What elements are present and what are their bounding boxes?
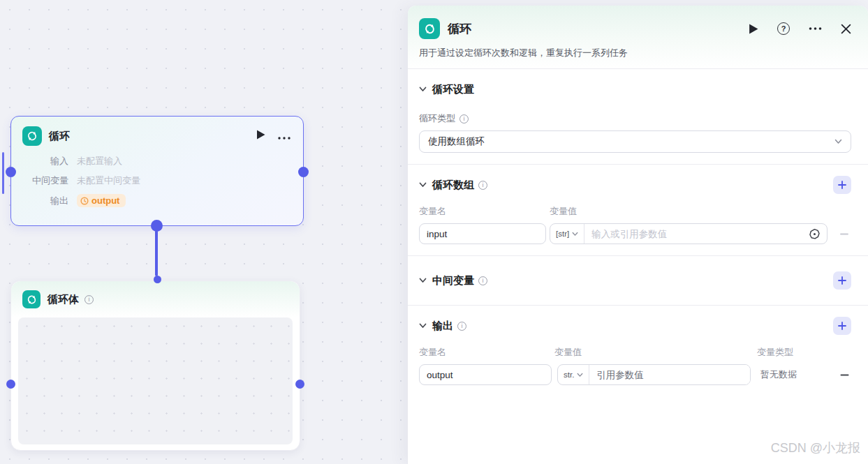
edge-incoming-stub: [2, 152, 4, 194]
input-row-label: 输入: [22, 155, 68, 167]
add-output-button[interactable]: [833, 317, 851, 335]
chevron-down-icon[interactable]: [419, 87, 427, 92]
chevron-down-icon: [834, 139, 842, 144]
output-type-value: 暂无数据: [760, 368, 797, 381]
output-type-chip[interactable]: str.: [558, 365, 589, 384]
panel-more-button[interactable]: [809, 27, 822, 30]
plus-icon: [838, 322, 846, 330]
loop-body-drop-area[interactable]: [18, 317, 293, 444]
loop-settings-title: 循环设置: [432, 83, 474, 96]
chevron-down-icon[interactable]: [419, 323, 427, 329]
output-col-type: 变量类型: [757, 346, 793, 359]
array-type-chip-label: [str]: [556, 230, 569, 238]
section-loop-settings: 循环设置 循环类型 i 使用数组循环: [408, 69, 868, 165]
port-body-right[interactable]: [295, 380, 304, 389]
loop-body-title: 循环体: [47, 293, 79, 306]
panel-header: 循环 ? 用于通过设定循环次数和逻辑，重复执行一系列任务: [408, 6, 868, 69]
port-body-left[interactable]: [6, 380, 15, 389]
loop-type-label: 循环类型: [419, 112, 455, 125]
add-array-item-button[interactable]: [833, 176, 851, 194]
run-node-button[interactable]: [256, 130, 265, 142]
chevron-down-icon: [572, 232, 578, 237]
close-icon[interactable]: [841, 24, 851, 34]
output-name-input[interactable]: [419, 364, 552, 385]
remove-array-item-button[interactable]: [837, 233, 851, 235]
array-col-value: 变量值: [550, 205, 577, 218]
loop-body-icon: [22, 290, 41, 308]
panel-loop-icon: [419, 18, 440, 39]
settings-gear-icon[interactable]: [809, 228, 821, 240]
loop-node-mid-row: 中间变量 未配置中间变量: [11, 171, 303, 190]
loop-body-node[interactable]: 循环体 i: [10, 280, 300, 451]
minus-icon: [840, 233, 848, 235]
chevron-down-icon: [577, 373, 583, 377]
intermediate-vars-title: 中间变量: [432, 274, 474, 287]
section-output: 输出 i 变量名 变量值 变量类型 str. 暂无数据: [408, 306, 868, 396]
array-value-input[interactable]: [584, 224, 809, 244]
remove-output-button[interactable]: [837, 374, 851, 376]
chevron-down-icon[interactable]: [419, 182, 427, 188]
output-value-input[interactable]: [589, 365, 750, 384]
loop-type-select[interactable]: 使用数组循环: [419, 130, 851, 153]
loop-node[interactable]: 循环 输入 未配置输入 中间变量 未配置中间变量 输出 output: [10, 116, 304, 226]
panel-run-button[interactable]: [749, 24, 758, 34]
watermark: CSDN @小龙报: [771, 440, 860, 456]
info-icon[interactable]: i: [457, 322, 466, 331]
node-more-button[interactable]: [278, 130, 290, 142]
loop-node-title: 循环: [49, 130, 70, 143]
output-badge-text: output: [91, 195, 119, 206]
mid-row-label: 中间变量: [22, 174, 68, 187]
section-intermediate-vars: 中间变量 i: [408, 256, 868, 306]
node-config-panel: 循环 ? 用于通过设定循环次数和逻辑，重复执行一系列任务 循环设置: [407, 6, 868, 464]
array-value-field: [str]: [550, 223, 827, 244]
panel-description: 用于通过设定循环次数和逻辑，重复执行一系列任务: [419, 47, 851, 59]
output-type-chip-label: str.: [564, 371, 574, 379]
output-row: str. 暂无数据: [419, 364, 851, 385]
help-icon[interactable]: ?: [777, 22, 790, 35]
loop-icon: [22, 126, 42, 146]
minus-icon: [840, 374, 849, 376]
port-body-top[interactable]: [154, 276, 161, 283]
info-icon[interactable]: i: [478, 276, 487, 285]
output-row-label: 输出: [22, 195, 68, 207]
loop-node-header: 循环: [11, 117, 303, 151]
chevron-down-icon[interactable]: [419, 278, 427, 283]
info-icon[interactable]: i: [478, 181, 487, 190]
warning-clock-icon: [80, 197, 89, 205]
workflow-canvas[interactable]: { "canvas": { "loop_node": { "title": "循…: [0, 0, 868, 464]
array-row: [str]: [419, 223, 851, 244]
output-col-name: 变量名: [419, 346, 554, 359]
array-col-name: 变量名: [419, 205, 550, 218]
loop-node-input-row: 输入 未配置输入: [11, 151, 303, 171]
input-row-value: 未配置输入: [77, 155, 122, 167]
output-title: 输出: [432, 320, 453, 333]
add-intermediate-var-button[interactable]: [833, 271, 851, 290]
loop-array-title: 循环数组: [432, 179, 474, 192]
section-loop-array: 循环数组 i 变量名 变量值 [str]: [408, 165, 868, 256]
loop-body-header: 循环体 i: [11, 281, 300, 317]
port-loop-right[interactable]: [298, 167, 309, 177]
edge-loop-to-body[interactable]: [155, 230, 158, 276]
plus-icon: [838, 181, 846, 189]
plus-icon: [838, 276, 846, 285]
info-icon[interactable]: i: [459, 114, 469, 124]
mid-row-value: 未配置中间变量: [77, 174, 140, 187]
info-icon[interactable]: i: [84, 295, 94, 304]
output-value-field: str.: [557, 364, 751, 385]
output-col-value: 变量值: [554, 346, 757, 359]
array-type-chip[interactable]: [str]: [550, 224, 584, 244]
loop-type-value: 使用数组循环: [428, 135, 485, 148]
panel-title: 循环: [448, 21, 471, 37]
array-name-input[interactable]: [419, 223, 546, 244]
output-badge[interactable]: output: [77, 194, 126, 207]
port-loop-bottom[interactable]: [151, 220, 163, 232]
loop-node-output-row: 输出 output: [11, 190, 303, 211]
port-loop-left[interactable]: [6, 167, 16, 177]
